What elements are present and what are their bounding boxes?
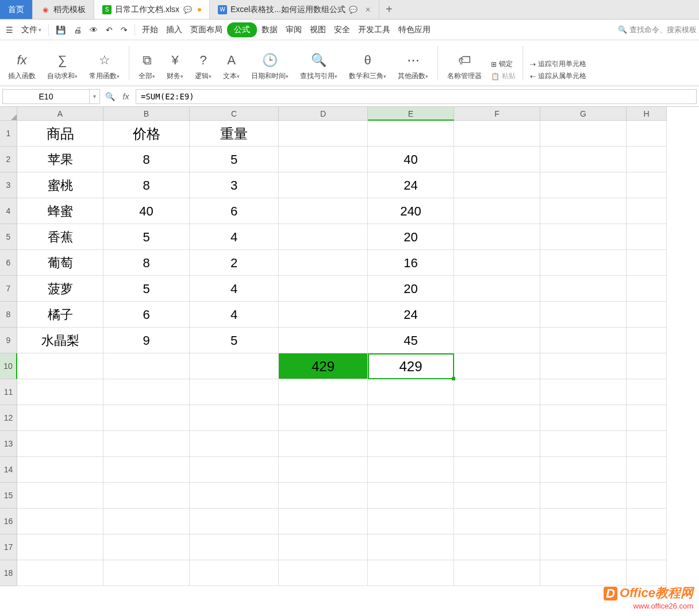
cell-F4[interactable]: [454, 198, 540, 224]
cell-E9[interactable]: 45: [368, 328, 454, 353]
cell-E5[interactable]: 20: [368, 224, 454, 250]
cell-G2[interactable]: [540, 147, 627, 172]
cell-B11[interactable]: [103, 379, 190, 405]
cell-H6[interactable]: [627, 250, 667, 276]
cell-A18[interactable]: [17, 560, 103, 586]
cell-G8[interactable]: [540, 302, 627, 328]
cell-E14[interactable]: [368, 457, 454, 483]
col-header-C[interactable]: C: [190, 107, 279, 121]
cell-C7[interactable]: 4: [190, 276, 279, 302]
cell-C2[interactable]: 5: [190, 147, 279, 172]
row-header-1[interactable]: 1: [0, 121, 17, 147]
row-header-16[interactable]: 16: [0, 509, 17, 534]
cell-B5[interactable]: 5: [103, 224, 190, 250]
cell-G3[interactable]: [540, 172, 627, 198]
paste-name-button[interactable]: 📋粘贴: [491, 71, 516, 81]
cell-C5[interactable]: 4: [190, 224, 279, 250]
cell-G17[interactable]: [540, 534, 627, 560]
cell-D4[interactable]: [279, 198, 368, 224]
lookup-fn-button[interactable]: 🔍查找与引用▾: [295, 49, 342, 83]
cell-E12[interactable]: [368, 405, 454, 431]
datetime-fn-button[interactable]: 🕒日期和时间▾: [247, 49, 293, 83]
col-header-H[interactable]: H: [627, 107, 667, 121]
row-header-8[interactable]: 8: [0, 302, 17, 328]
select-all-corner[interactable]: [0, 107, 17, 121]
row-header-17[interactable]: 17: [0, 534, 17, 560]
cell-E4[interactable]: 240: [368, 198, 454, 224]
cell-B13[interactable]: [103, 431, 190, 457]
row-header-6[interactable]: 6: [0, 250, 17, 276]
cell-A2[interactable]: 苹果: [17, 147, 103, 172]
row-header-3[interactable]: 3: [0, 172, 17, 198]
menu-start[interactable]: 开始: [139, 22, 162, 37]
hamburger-icon[interactable]: ☰: [2, 23, 17, 37]
cell-C17[interactable]: [190, 534, 279, 560]
cell-A8[interactable]: 橘子: [17, 302, 103, 328]
cell-H14[interactable]: [627, 457, 667, 483]
cell-E18[interactable]: [368, 560, 454, 586]
cell-A17[interactable]: [17, 534, 103, 560]
cell-E7[interactable]: 20: [368, 276, 454, 302]
fx-icon[interactable]: fx: [120, 92, 132, 101]
cell-G4[interactable]: [540, 198, 627, 224]
cell-D7[interactable]: [279, 276, 368, 302]
cell-C18[interactable]: [190, 560, 279, 586]
cell-H2[interactable]: [627, 147, 667, 172]
row-header-2[interactable]: 2: [0, 147, 17, 172]
cell-H3[interactable]: [627, 172, 667, 198]
other-fn-button[interactable]: ⋯其他函数▾: [393, 49, 433, 83]
cell-H5[interactable]: [627, 224, 667, 250]
cell-H9[interactable]: [627, 328, 667, 353]
cell-A6[interactable]: 葡萄: [17, 250, 103, 276]
cell-F17[interactable]: [454, 534, 540, 560]
cell-F9[interactable]: [454, 328, 540, 353]
menu-dev[interactable]: 开发工具: [355, 22, 394, 37]
cell-F5[interactable]: [454, 224, 540, 250]
menu-data[interactable]: 数据: [258, 22, 281, 37]
menu-review[interactable]: 审阅: [282, 22, 305, 37]
col-header-A[interactable]: A: [17, 107, 103, 121]
menu-page[interactable]: 页面布局: [187, 22, 226, 37]
formula-input[interactable]: [136, 89, 697, 104]
cell-C11[interactable]: [190, 379, 279, 405]
cell-F16[interactable]: [454, 509, 540, 534]
cell-A14[interactable]: [17, 457, 103, 483]
row-header-4[interactable]: 4: [0, 198, 17, 224]
cell-C12[interactable]: [190, 405, 279, 431]
lock-button[interactable]: ⊞锁定: [491, 59, 516, 69]
cell-H11[interactable]: [627, 379, 667, 405]
cell-D11[interactable]: [279, 379, 368, 405]
row-header-18[interactable]: 18: [0, 560, 17, 586]
cell-H17[interactable]: [627, 534, 667, 560]
cell-G11[interactable]: [540, 379, 627, 405]
cell-A9[interactable]: 水晶梨: [17, 328, 103, 353]
name-box[interactable]: E10 ▾: [2, 89, 100, 104]
tab-add-button[interactable]: +: [379, 0, 399, 19]
cell-D18[interactable]: [279, 560, 368, 586]
cell-G18[interactable]: [540, 560, 627, 586]
row-header-14[interactable]: 14: [0, 457, 17, 483]
all-fn-button[interactable]: ⧉全部▾: [134, 49, 160, 83]
menu-special[interactable]: 特色应用: [395, 22, 434, 37]
row-header-13[interactable]: 13: [0, 431, 17, 457]
cell-G5[interactable]: [540, 224, 627, 250]
cell-B6[interactable]: 8: [103, 250, 190, 276]
cell-B8[interactable]: 6: [103, 302, 190, 328]
cell-F1[interactable]: [454, 121, 540, 147]
cell-C13[interactable]: [190, 431, 279, 457]
chevron-down-icon[interactable]: ▾: [89, 90, 99, 103]
cell-G9[interactable]: [540, 328, 627, 353]
cell-E15[interactable]: [368, 483, 454, 509]
tab-excel-tips[interactable]: W Excel表格技...如何运用数组公式 💬 ✕: [210, 0, 379, 19]
menu-formula[interactable]: 公式: [227, 22, 257, 37]
cell-A1[interactable]: 商品: [17, 121, 103, 147]
cell-A7[interactable]: 菠萝: [17, 276, 103, 302]
cell-A12[interactable]: [17, 405, 103, 431]
redo-icon[interactable]: ↷: [117, 23, 131, 37]
cell-B16[interactable]: [103, 509, 190, 534]
cell-B14[interactable]: [103, 457, 190, 483]
cell-D5[interactable]: [279, 224, 368, 250]
cell-F14[interactable]: [454, 457, 540, 483]
col-header-D[interactable]: D: [279, 107, 368, 121]
cell-C10[interactable]: [190, 353, 279, 379]
